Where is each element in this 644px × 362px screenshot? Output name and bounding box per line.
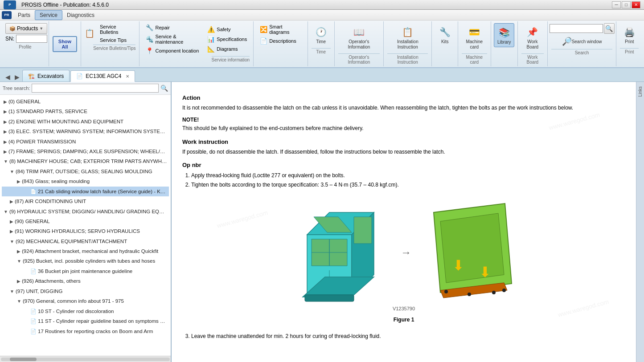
tree-item-t9[interactable]: ▼(9) HYDRAULIC SYSTEM; DIGGING/ HANDLING… (2, 207, 169, 216)
tree-search-input[interactable] (32, 84, 159, 93)
svg-point-17 (468, 293, 471, 296)
tree-item-label: 17 Routines for reporting cracks on Boom… (38, 329, 153, 334)
note-section: NOTE! This should be fully explained to … (182, 116, 625, 133)
show-all-button[interactable]: Show All (53, 36, 77, 52)
products-arrow: ▼ (39, 26, 43, 31)
tree-search-icon[interactable]: 🔍 (160, 85, 168, 92)
search-window-button[interactable]: 🔎 Search window (560, 36, 604, 47)
search-icon-button[interactable]: 🔍 (604, 23, 615, 34)
time-group-label: Time (312, 48, 331, 54)
tree-arrow: ▶ (4, 109, 7, 114)
right-panel[interactable]: www.waregod.com www.waregod.com www.ware… (172, 82, 636, 362)
tree-horizontal-scrollbar[interactable] (0, 356, 171, 362)
service-tips-button[interactable]: Service Tips (97, 37, 135, 44)
tree-item-t843-doc[interactable]: 📄21 Cab sliding window latch failure (Se… (2, 187, 169, 197)
tree-arrow: ▼ (10, 169, 14, 174)
specifications-button[interactable]: 📊 Specifications (205, 35, 250, 44)
tree-item-t84[interactable]: ▼(84) TRIM PART, OUTSIDE; GLASS; SEALING… (2, 167, 169, 176)
smart-diagrams-button[interactable]: 🔀 Smart diagrams (257, 23, 304, 36)
products-button[interactable]: 📦 Products ▼ (5, 23, 47, 34)
app-logo: P (4, 0, 16, 9)
tree-search-bar: Tree search: 🔍 (0, 82, 171, 95)
tree-item-t970-doc1[interactable]: 📄10 ST - Cylinder rod discoloration (2, 306, 169, 317)
repair-icon: 🔧 (146, 24, 153, 31)
menu-diagnostics[interactable]: Diagnostics (62, 11, 99, 20)
tree-item-t7[interactable]: ▶(7) FRAME; SPRINGS; DAMPING; AXLE SUSPE… (2, 146, 169, 156)
tree-arrow: ▶ (10, 199, 13, 204)
library-button[interactable]: 📚 Library (494, 23, 514, 47)
products-label: Products (17, 25, 38, 32)
tree-item-t843[interactable]: ▶(843) Glass; sealing moulding (2, 176, 169, 186)
tree-item-t924[interactable]: ▶(924) Attachment bracket, mechanical an… (2, 246, 169, 256)
machine-card-button[interactable]: 💳 Machine card (463, 23, 485, 52)
minimize-button[interactable]: ─ (612, 1, 621, 8)
search-window-icon: 🔎 (562, 37, 572, 46)
maximize-button[interactable]: □ (622, 1, 631, 8)
tree-item-t970[interactable]: ▼(970) General, common info about 971 - … (2, 296, 169, 306)
tree-arrow: ▶ (4, 99, 7, 104)
tree-item-t92[interactable]: ▼(92) MECHANICAL EQUIPMENT/ATTACHMENT (2, 236, 169, 246)
tree-item-label: (91) WORKING HYDRAULICS; SERVO HYDRAULIC… (15, 228, 140, 234)
work-board-button[interactable]: 📌 Work Board (523, 23, 542, 52)
search-group-label: Search (551, 49, 613, 55)
safety-button[interactable]: ⚠️ Safety (205, 25, 250, 34)
diagrams-button[interactable]: 📐 Diagrams (205, 45, 250, 53)
tree-item-t925[interactable]: ▼(925) Bucket, incl. possible cylinders … (2, 256, 169, 266)
tree-item-t970-doc3[interactable]: 📄17 Routines for reporting cracks on Boo… (2, 326, 169, 337)
print-button[interactable]: 🖨️ Print (619, 23, 639, 46)
scroll-thumb[interactable] (10, 358, 37, 361)
scroll-track (1, 358, 170, 361)
sn-input[interactable] (16, 35, 47, 43)
tree-item-t97[interactable]: ▼(97) UNIT, DIGGING (2, 286, 169, 296)
menu-logo: PR (2, 11, 12, 19)
search-toolbar-input[interactable] (550, 24, 603, 33)
tab-excavators[interactable]: 🏗️ Excavators (22, 70, 70, 81)
excavators-tab-icon: 🏗️ (28, 73, 35, 79)
tree-item-t970-doc2[interactable]: 📄11 ST - Cylinder repair guideline based… (2, 316, 169, 326)
descriptions-button[interactable]: 📄 Descriptions (257, 37, 304, 45)
action-text: It is not recommended to disassemble the… (182, 104, 625, 112)
time-button[interactable]: 🕐 Time (311, 23, 331, 46)
tree-item-t90[interactable]: ▶(90) GENERAL (2, 216, 169, 226)
tree-item-label: (8) MACHINERY HOUSE; CAB; EXTERIOR TRIM … (9, 159, 169, 164)
sn-label: SN: (5, 36, 14, 42)
tree-item-t3[interactable]: ▶(3) ELEC. SYSTEM; WARNING SYSTEM; INFOR… (2, 126, 169, 136)
tree-item-label: (3) ELEC. SYSTEM; WARNING SYSTEM; INFORM… (8, 129, 169, 134)
tree-item-t4[interactable]: ▶(4) POWER TRANSMISSION (2, 137, 169, 146)
figure-id: V1235790 (393, 306, 415, 311)
step-2: Tighten the bolts according to the torqu… (191, 180, 625, 190)
tree-item-t0[interactable]: ▶(0) GENERAL (2, 97, 169, 106)
tree-item-t8[interactable]: ▼(8) MACHINERY HOUSE; CAB; EXTERIOR TRIM… (2, 156, 169, 166)
component-location-button[interactable]: 📍 Component location (143, 46, 202, 55)
service-bulletins-button[interactable]: Service Bulletins (97, 23, 135, 36)
tree-item-t91[interactable]: ▶(91) WORKING HYDRAULICS; SERVO HYDRAULI… (2, 226, 169, 236)
tab-ec130e[interactable]: 📄 EC130E AGC4 ✕ (70, 70, 135, 82)
tree-item-t1[interactable]: ▶(1) STANDARD PARTS, SERVICE (2, 106, 169, 116)
tab-close-ec130e[interactable]: ✕ (126, 74, 129, 79)
tab-nav-right[interactable]: ▶ (13, 73, 21, 81)
repair-button[interactable]: 🔧 Repair (143, 23, 202, 32)
links-tab[interactable]: Links (637, 84, 644, 99)
machine-card-section: 💳 Machine card Machine card (458, 21, 491, 66)
tree-item-t926[interactable]: ▶(926) Attachments, others (2, 276, 169, 286)
close-button[interactable]: ✕ (632, 1, 640, 8)
kits-button[interactable]: 🔧 Kits (435, 23, 455, 46)
service-maintenance-button[interactable]: 🔩 Service & maintenance (143, 33, 202, 45)
tree-item-t925-doc[interactable]: 📄36 Bucket pin joint maintenance guideli… (2, 266, 169, 277)
time-section: 🕐 Time Time (308, 21, 335, 66)
menu-service[interactable]: Service (35, 10, 62, 20)
svg-point-19 (502, 289, 506, 292)
menu-parts[interactable]: Parts (13, 11, 35, 20)
tab-nav-left[interactable]: ◀ (4, 73, 12, 81)
installation-instruction-button[interactable]: 📋 Installation Instruction (394, 23, 421, 52)
doc-icon: 📄 (30, 189, 37, 194)
smart-section: 🔀 Smart diagrams 📄 Descriptions (254, 21, 308, 66)
operator-info-button[interactable]: 📖 Operator's Information (345, 23, 373, 52)
tree-item-t2[interactable]: ▶(2) ENGINE WITH MOUNTING AND EQUIPMENT (2, 117, 169, 126)
tree-item-label: (92) MECHANICAL EQUIPMENT/ATTACHMENT (16, 239, 127, 244)
operator-info-line1: Operator's (349, 39, 369, 44)
tree-item-t87[interactable]: ▶(87) AIR CONDITIONING UNIT (2, 196, 169, 206)
profile-label: Profile (5, 45, 45, 49)
figure-label: Figure 1 (394, 317, 414, 323)
tree-arrow: ▶ (4, 149, 7, 154)
